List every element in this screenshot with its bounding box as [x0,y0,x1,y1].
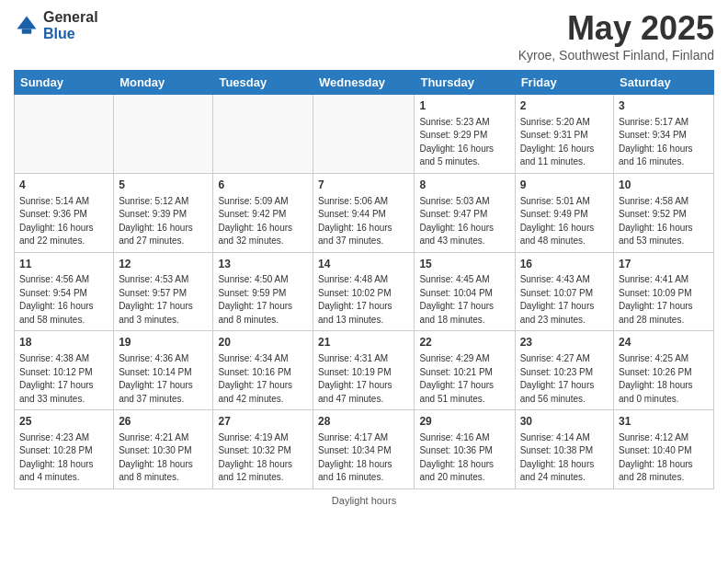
day-info: Sunrise: 4:29 AM Sunset: 10:21 PM Daylig… [419,352,509,406]
calendar-cell: 26Sunrise: 4:21 AM Sunset: 10:30 PM Dayl… [114,410,213,489]
calendar-cell [213,95,313,174]
logo-icon [14,13,40,39]
calendar-cell [313,95,415,174]
calendar-cell: 23Sunrise: 4:27 AM Sunset: 10:23 PM Dayl… [515,331,613,410]
day-info: Sunrise: 5:20 AM Sunset: 9:31 PM Dayligh… [520,116,609,169]
calendar-week-1: 1Sunrise: 5:23 AM Sunset: 9:29 PM Daylig… [15,95,714,174]
day-number: 17 [619,257,709,272]
day-info: Sunrise: 4:23 AM Sunset: 10:28 PM Daylig… [19,431,108,485]
calendar-cell: 15Sunrise: 4:45 AM Sunset: 10:04 PM Dayl… [415,252,515,331]
day-number: 19 [119,335,208,350]
calendar-cell: 24Sunrise: 4:25 AM Sunset: 10:26 PM Dayl… [614,331,714,410]
calendar-cell: 8Sunrise: 5:03 AM Sunset: 9:47 PM Daylig… [415,173,515,252]
day-info: Sunrise: 5:03 AM Sunset: 9:47 PM Dayligh… [419,195,509,248]
day-number: 13 [218,257,308,272]
col-wednesday: Wednesday [313,71,415,95]
day-number: 22 [419,335,509,350]
calendar-week-3: 11Sunrise: 4:56 AM Sunset: 9:54 PM Dayli… [15,252,714,331]
day-number: 8 [419,178,509,193]
page-header: General Blue May 2025 Kyroe, Southwest F… [14,9,714,63]
calendar-cell: 28Sunrise: 4:17 AM Sunset: 10:34 PM Dayl… [313,410,415,489]
calendar-cell: 30Sunrise: 4:14 AM Sunset: 10:38 PM Dayl… [515,410,613,489]
day-info: Sunrise: 4:34 AM Sunset: 10:16 PM Daylig… [218,352,308,406]
day-info: Sunrise: 5:06 AM Sunset: 9:44 PM Dayligh… [318,195,409,248]
day-number: 20 [218,335,308,350]
day-number: 7 [318,178,409,193]
day-info: Sunrise: 5:12 AM Sunset: 9:39 PM Dayligh… [119,195,208,248]
day-info: Sunrise: 5:01 AM Sunset: 9:49 PM Dayligh… [520,195,609,248]
day-info: Sunrise: 4:27 AM Sunset: 10:23 PM Daylig… [520,352,609,406]
logo-blue-text: Blue [43,26,98,42]
day-info: Sunrise: 4:14 AM Sunset: 10:38 PM Daylig… [520,431,609,485]
day-info: Sunrise: 4:43 AM Sunset: 10:07 PM Daylig… [520,273,609,327]
title-area: May 2025 Kyroe, Southwest Finland, Finla… [518,9,714,63]
col-friday: Friday [515,71,613,95]
calendar-cell: 1Sunrise: 5:23 AM Sunset: 9:29 PM Daylig… [415,95,515,174]
day-number: 11 [19,257,108,272]
location-text: Kyroe, Southwest Finland, Finland [518,48,714,63]
col-thursday: Thursday [415,71,515,95]
calendar-cell: 19Sunrise: 4:36 AM Sunset: 10:14 PM Dayl… [114,331,213,410]
col-tuesday: Tuesday [213,71,313,95]
day-info: Sunrise: 4:56 AM Sunset: 9:54 PM Dayligh… [19,273,108,327]
day-number: 18 [19,335,108,350]
calendar-cell: 2Sunrise: 5:20 AM Sunset: 9:31 PM Daylig… [515,95,613,174]
calendar-cell: 18Sunrise: 4:38 AM Sunset: 10:12 PM Dayl… [15,331,114,410]
day-number: 30 [520,414,609,430]
day-info: Sunrise: 4:16 AM Sunset: 10:36 PM Daylig… [419,431,509,485]
svg-rect-1 [22,29,32,33]
calendar-cell: 9Sunrise: 5:01 AM Sunset: 9:49 PM Daylig… [515,173,613,252]
day-number: 2 [520,98,609,114]
day-number: 25 [19,414,108,430]
calendar-cell: 3Sunrise: 5:17 AM Sunset: 9:34 PM Daylig… [614,95,714,174]
day-number: 1 [419,98,509,114]
calendar-cell: 6Sunrise: 5:09 AM Sunset: 9:42 PM Daylig… [213,173,313,252]
calendar-cell: 27Sunrise: 4:19 AM Sunset: 10:32 PM Dayl… [213,410,313,489]
calendar-body: 1Sunrise: 5:23 AM Sunset: 9:29 PM Daylig… [15,95,714,489]
calendar-cell: 29Sunrise: 4:16 AM Sunset: 10:36 PM Dayl… [415,410,515,489]
day-number: 15 [419,257,509,272]
calendar-cell [114,95,213,174]
day-number: 28 [318,414,409,430]
day-info: Sunrise: 4:25 AM Sunset: 10:26 PM Daylig… [619,352,709,406]
calendar-week-5: 25Sunrise: 4:23 AM Sunset: 10:28 PM Dayl… [15,410,714,489]
day-number: 31 [619,414,709,430]
day-info: Sunrise: 4:19 AM Sunset: 10:32 PM Daylig… [218,431,308,485]
calendar-cell: 16Sunrise: 4:43 AM Sunset: 10:07 PM Dayl… [515,252,613,331]
day-number: 10 [619,178,709,193]
day-info: Sunrise: 5:14 AM Sunset: 9:36 PM Dayligh… [19,195,108,248]
calendar-week-2: 4Sunrise: 5:14 AM Sunset: 9:36 PM Daylig… [15,173,714,252]
header-row: Sunday Monday Tuesday Wednesday Thursday… [15,71,714,95]
calendar-cell: 31Sunrise: 4:12 AM Sunset: 10:40 PM Dayl… [614,410,714,489]
day-number: 4 [19,178,108,193]
calendar-cell: 22Sunrise: 4:29 AM Sunset: 10:21 PM Dayl… [415,331,515,410]
col-monday: Monday [114,71,213,95]
svg-marker-0 [17,16,37,29]
calendar-cell: 10Sunrise: 4:58 AM Sunset: 9:52 PM Dayli… [614,173,714,252]
day-number: 26 [119,414,208,430]
calendar-cell: 13Sunrise: 4:50 AM Sunset: 9:59 PM Dayli… [213,252,313,331]
day-number: 5 [119,178,208,193]
calendar-cell: 12Sunrise: 4:53 AM Sunset: 9:57 PM Dayli… [114,252,213,331]
day-number: 27 [218,414,308,430]
day-number: 16 [520,257,609,272]
calendar-cell: 11Sunrise: 4:56 AM Sunset: 9:54 PM Dayli… [15,252,114,331]
calendar-cell: 14Sunrise: 4:48 AM Sunset: 10:02 PM Dayl… [313,252,415,331]
calendar-cell: 25Sunrise: 4:23 AM Sunset: 10:28 PM Dayl… [15,410,114,489]
day-number: 23 [520,335,609,350]
day-number: 21 [318,335,409,350]
calendar-cell: 21Sunrise: 4:31 AM Sunset: 10:19 PM Dayl… [313,331,415,410]
footer-label: Daylight hours [14,495,714,506]
calendar-header: Sunday Monday Tuesday Wednesday Thursday… [15,71,714,95]
day-info: Sunrise: 4:41 AM Sunset: 10:09 PM Daylig… [619,273,709,327]
day-info: Sunrise: 4:31 AM Sunset: 10:19 PM Daylig… [318,352,409,406]
day-info: Sunrise: 4:50 AM Sunset: 9:59 PM Dayligh… [218,273,308,327]
day-info: Sunrise: 4:48 AM Sunset: 10:02 PM Daylig… [318,273,409,327]
col-saturday: Saturday [614,71,714,95]
calendar-table: Sunday Monday Tuesday Wednesday Thursday… [14,70,714,489]
day-info: Sunrise: 4:21 AM Sunset: 10:30 PM Daylig… [119,431,208,485]
day-info: Sunrise: 4:17 AM Sunset: 10:34 PM Daylig… [318,431,409,485]
day-info: Sunrise: 5:17 AM Sunset: 9:34 PM Dayligh… [619,116,709,169]
day-number: 3 [619,98,709,114]
logo-general-text: General [43,9,98,26]
